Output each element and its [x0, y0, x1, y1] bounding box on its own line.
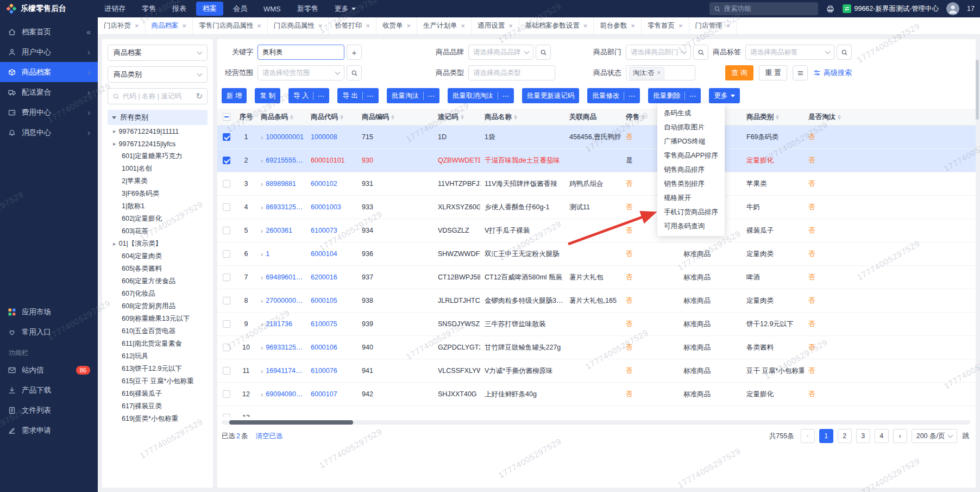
- status-select[interactable]: 淘汰:否×: [626, 65, 695, 80]
- top-nav-item[interactable]: WMS: [257, 3, 287, 15]
- expand-chevron-icon[interactable]: ›: [261, 297, 263, 305]
- reset-button[interactable]: 重 置: [759, 65, 787, 80]
- expand-chevron-icon[interactable]: ›: [261, 133, 263, 141]
- close-icon[interactable]: ×: [679, 22, 683, 30]
- refresh-icon[interactable]: ↻: [196, 91, 203, 101]
- row-checkbox-cell[interactable]: [217, 219, 236, 242]
- cell-value[interactable]: 6000105: [311, 297, 337, 304]
- column-header[interactable]: 商品类别: [742, 109, 804, 125]
- close-icon[interactable]: ×: [583, 22, 588, 30]
- row-checkbox[interactable]: [223, 180, 230, 188]
- close-icon[interactable]: ×: [657, 69, 661, 77]
- action-button[interactable]: 导 出⋯: [337, 88, 378, 103]
- top-nav-item[interactable]: 档案: [196, 2, 223, 16]
- close-icon[interactable]: ×: [726, 22, 731, 30]
- row-checkbox-cell[interactable]: [217, 242, 236, 265]
- row-checkbox[interactable]: [223, 414, 230, 417]
- tab-item[interactable]: 零售首页×: [642, 17, 689, 34]
- tree-item[interactable]: 601|定量糖果巧克力: [108, 150, 208, 163]
- cell-value[interactable]: 86933125…: [266, 203, 303, 211]
- tree-item[interactable]: 613|饼干12.9元以下: [108, 363, 208, 375]
- column-header[interactable]: 停售: [621, 109, 652, 125]
- more-options-icon[interactable]: ⋯: [313, 92, 324, 100]
- tree-item[interactable]: 608|定货厨房用品: [108, 300, 208, 313]
- top-nav-item[interactable]: 报表: [166, 2, 193, 16]
- row-checkbox-cell[interactable]: [217, 172, 236, 195]
- close-icon[interactable]: ×: [366, 22, 370, 30]
- menu-item[interactable]: 零售商品APP排序: [657, 148, 725, 163]
- column-header[interactable]: 商品编码: [357, 109, 434, 125]
- action-button[interactable]: 批量更新速记码: [522, 88, 580, 103]
- row-checkbox-cell[interactable]: [217, 196, 236, 219]
- tenant-switcher[interactable]: 99662-新界面测试-管理中心: [843, 4, 939, 14]
- action-button[interactable]: 导 入⋯: [288, 88, 329, 103]
- category-mode-select[interactable]: 商品类别: [108, 66, 208, 83]
- tree-item[interactable]: 1001|名创: [108, 163, 208, 175]
- cell-value[interactable]: 6100075: [311, 320, 337, 328]
- brand-search-button[interactable]: [536, 45, 551, 60]
- action-button[interactable]: 新 增: [222, 88, 247, 103]
- select-all-checkbox-cell[interactable]: [217, 109, 236, 125]
- keyword-input[interactable]: 奥利奥: [257, 45, 344, 60]
- row-checkbox[interactable]: [223, 344, 230, 351]
- global-search-input[interactable]: 搜索功能: [709, 2, 818, 15]
- expand-chevron-icon[interactable]: ›: [261, 250, 263, 258]
- tab-item[interactable]: 门店补货×: [98, 17, 146, 34]
- tree-item[interactable]: ▸01|【演示类】: [108, 238, 208, 250]
- menu-item[interactable]: 规格展开: [657, 191, 725, 205]
- cell-value[interactable]: 6000104: [311, 250, 337, 258]
- expand-chevron-icon[interactable]: ›: [261, 344, 263, 352]
- expand-chevron-icon[interactable]: ›: [261, 390, 263, 398]
- sidebar-item[interactable]: 站内信86: [0, 360, 98, 380]
- row-checkbox-cell[interactable]: [217, 313, 236, 335]
- pager-page[interactable]: 2: [838, 429, 852, 443]
- expand-chevron-icon[interactable]: ›: [261, 320, 263, 328]
- cell-value[interactable]: 96933125…: [266, 344, 303, 351]
- product-type-select[interactable]: 请选择商品类型: [468, 65, 555, 80]
- cell-value[interactable]: 60001003: [311, 203, 341, 211]
- top-nav-item[interactable]: 新零售: [291, 2, 325, 16]
- sidebar-item[interactable]: 商品档案›: [0, 62, 98, 82]
- expand-chevron-icon[interactable]: ›: [261, 367, 263, 375]
- tab-item[interactable]: 生产计划单×: [417, 17, 472, 34]
- tag-search-button[interactable]: [837, 45, 852, 60]
- scope-search-button[interactable]: [347, 65, 362, 80]
- row-checkbox-cell[interactable]: [217, 289, 236, 312]
- advanced-search-link[interactable]: 高级搜索: [813, 68, 852, 78]
- cell-value[interactable]: 2181736: [266, 320, 292, 328]
- cell-value[interactable]: 1000000001: [266, 133, 304, 141]
- brand-select[interactable]: 请选择商品品牌: [468, 45, 533, 60]
- tag-select[interactable]: 请选择商品标签: [745, 45, 834, 60]
- keyword-add-button[interactable]: +: [347, 45, 362, 60]
- tree-item[interactable]: 605|各类酱料: [108, 263, 208, 275]
- cell-value[interactable]: 1000008: [311, 133, 337, 141]
- cell-value[interactable]: 16941174…: [266, 367, 302, 375]
- row-checkbox-cell[interactable]: [217, 126, 236, 148]
- sidebar-item[interactable]: 用户中心›: [0, 42, 98, 62]
- cell-value[interactable]: 88989881: [266, 180, 296, 188]
- tree-item[interactable]: 609|称重糖果13元以下: [108, 313, 208, 325]
- cell-value[interactable]: 69489601…: [266, 273, 303, 281]
- cell-value[interactable]: 2600361: [266, 227, 292, 234]
- tab-item[interactable]: 零售门店商品属性×: [193, 17, 268, 34]
- row-checkbox[interactable]: [223, 320, 230, 328]
- row-checkbox[interactable]: [223, 133, 230, 141]
- row-checkbox-cell[interactable]: [217, 266, 236, 289]
- menu-item[interactable]: 广播POS终端: [657, 134, 725, 148]
- tab-item[interactable]: 基础档案参数设置×: [519, 17, 594, 34]
- expand-chevron-icon[interactable]: ›: [261, 180, 263, 188]
- collapse-sidebar-icon[interactable]: «: [86, 28, 90, 36]
- sidebar-item[interactable]: 产品下载: [0, 380, 98, 400]
- menu-item[interactable]: 销售类别排序: [657, 177, 725, 191]
- row-checkbox-cell[interactable]: [217, 336, 236, 359]
- list-settings-button[interactable]: [793, 65, 808, 80]
- tree-item[interactable]: 3|F69条码类: [108, 188, 208, 200]
- row-checkbox[interactable]: [223, 297, 230, 304]
- menu-item[interactable]: 手机订货商品排序: [657, 205, 725, 219]
- close-icon[interactable]: ×: [631, 22, 635, 30]
- cell-value[interactable]: 6000102: [311, 180, 337, 188]
- cell-value[interactable]: 6000106: [311, 344, 337, 351]
- top-nav-item[interactable]: 进销存: [98, 2, 132, 16]
- tree-item[interactable]: 2|苹果类: [108, 175, 208, 188]
- expand-chevron-icon[interactable]: ›: [261, 157, 263, 165]
